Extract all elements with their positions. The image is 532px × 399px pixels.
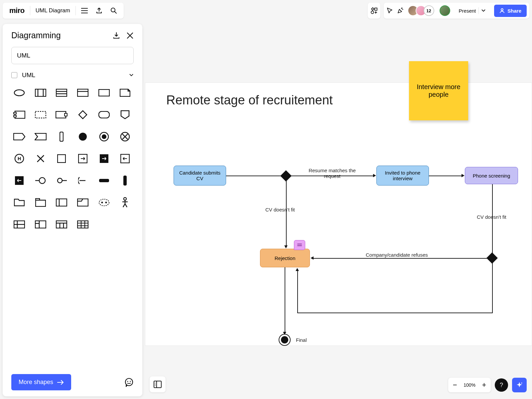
shape-x[interactable] [33,151,49,167]
shape-history[interactable]: H [11,151,27,167]
edge[interactable] [313,258,488,259]
edge[interactable] [285,267,285,332]
shape-bar-v[interactable] [117,173,133,189]
shape-square-arrow-in[interactable] [117,151,133,167]
app-logo[interactable]: miro [5,6,29,15]
edge[interactable] [297,271,298,313]
shape-table-2row[interactable] [11,216,27,232]
shape-bar-vertical[interactable] [54,129,69,145]
help-button[interactable]: ? [495,378,508,392]
node-invited[interactable]: Invited to phone interview [376,166,429,186]
shape-ellipse[interactable] [11,85,27,101]
shape-square-arrow-in-filled[interactable] [11,173,27,189]
shape-frame-left[interactable] [54,195,69,210]
shape-rect-port[interactable] [54,107,69,123]
shape-signal-send[interactable] [11,129,27,145]
shape-square[interactable] [54,151,69,167]
shape-circle-filled[interactable] [75,129,91,145]
shape-provided-interface[interactable] [33,173,49,189]
shape-final-state[interactable] [96,129,112,145]
shape-actor[interactable] [117,195,133,210]
shape-rounded-rect[interactable] [96,107,112,123]
canvas-frame[interactable] [145,82,532,346]
svg-point-3 [501,9,503,11]
uml-category-toggle[interactable]: UML [3,67,142,82]
edge[interactable] [297,313,493,313]
more-shapes-button[interactable]: More shapes [11,374,71,390]
shape-square-arrow-out[interactable] [75,151,91,167]
shape-arc[interactable] [75,173,91,189]
shape-table-corner[interactable] [33,216,49,232]
node-candidate[interactable]: Candidate submits CV [174,166,226,186]
shape-class-3col[interactable] [33,85,49,101]
svg-rect-32 [56,199,67,206]
zoom-out-button[interactable]: − [448,378,462,392]
svg-point-55 [521,383,522,384]
shape-required-interface[interactable] [54,173,69,189]
svg-rect-16 [60,132,63,141]
search-button[interactable] [106,3,121,18]
shape-square-arrow-filled[interactable] [96,151,112,167]
present-button[interactable]: Present [454,7,490,14]
edge[interactable] [492,262,493,313]
svg-rect-40 [56,221,67,228]
shape-table-grid[interactable] [75,216,91,232]
board-title[interactable]: UML Diagram [32,7,74,14]
shape-note[interactable] [117,85,133,101]
svg-text:H: H [18,156,21,161]
apps-icon [370,7,378,14]
present-dropdown[interactable] [478,7,488,14]
shape-table-3col[interactable] [54,216,69,232]
shape-circle-x[interactable] [117,129,133,145]
arrowhead-icon [283,332,286,335]
node-rejection[interactable]: Rejection [260,249,310,267]
avatar-overflow-count[interactable]: 12 [424,5,434,16]
collaborator-avatars[interactable]: 12 [408,5,434,16]
close-panel-button[interactable] [126,32,134,40]
shape-signal-receive[interactable] [33,129,49,145]
shape-package[interactable] [33,195,49,210]
arrow-right-icon [57,380,64,385]
cursor-tool-button[interactable] [386,7,393,14]
reactions-button[interactable] [397,7,404,14]
edge[interactable] [226,176,282,176]
checkbox-icon[interactable] [11,72,17,78]
export-button[interactable] [92,3,106,18]
shape-shield[interactable] [117,107,133,123]
zoom-level[interactable]: 100% [462,382,477,388]
ai-assist-button[interactable] [512,378,527,392]
arrowhead-icon [311,256,314,260]
feedback-button[interactable] [124,378,134,387]
comment-indicator[interactable] [294,240,305,250]
shape-component[interactable] [11,107,27,123]
shape-rect-dashed[interactable] [33,107,49,123]
shape-search-input[interactable] [11,47,134,64]
svg-point-29 [58,178,62,183]
shape-folder[interactable] [11,195,27,210]
current-user-avatar[interactable] [440,5,450,16]
shape-rect[interactable] [96,85,112,101]
share-button[interactable]: Share [494,5,527,17]
shape-class-3row[interactable] [54,85,69,101]
zoom-in-button[interactable]: + [477,378,491,392]
edge-label: CV doesn't fit [265,207,295,212]
node-screening[interactable]: Phone screening [465,167,518,184]
final-state[interactable] [279,334,291,346]
frame-title[interactable]: Remote stage of recruitement [166,93,333,107]
frames-panel-button[interactable] [150,376,166,392]
shape-bar-h[interactable] [96,173,112,189]
shape-class-header[interactable] [75,85,91,101]
menu-button[interactable] [77,3,92,18]
import-button[interactable] [112,32,120,40]
apps-button[interactable] [368,3,380,19]
svg-rect-30 [99,179,109,182]
shape-activity-region[interactable] [96,195,112,210]
edge[interactable] [429,176,462,176]
shape-diamond[interactable] [75,107,91,123]
edge[interactable] [286,180,287,246]
sticky-note[interactable]: Interview more people [409,61,468,120]
svg-point-54 [155,385,156,386]
shape-frame-corner[interactable] [75,195,91,210]
svg-rect-23 [58,155,66,163]
comment-icon [297,243,302,247]
